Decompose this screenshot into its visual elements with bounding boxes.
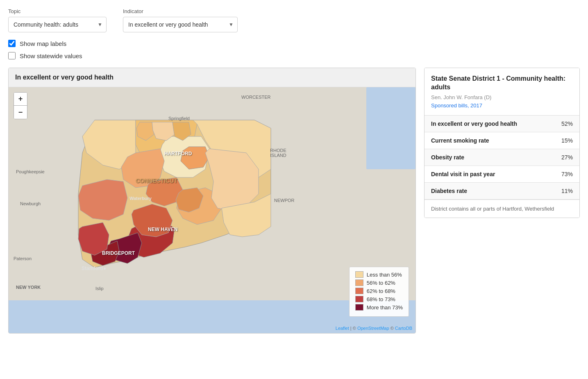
info-row-label: Diabetes rate xyxy=(425,182,549,199)
info-row-label: In excellent or very good health xyxy=(425,116,549,132)
info-senator: Sen. John W. Fonfara (D) xyxy=(431,94,573,100)
info-table-row: In excellent or very good health52% xyxy=(425,116,579,132)
show-statewide-row[interactable]: Show statewide values xyxy=(8,52,580,59)
zoom-in-button[interactable]: + xyxy=(14,93,27,106)
indicator-select-wrapper: In excellent or very good health Current… xyxy=(123,17,238,32)
show-labels-row[interactable]: Show map labels xyxy=(8,40,580,47)
info-table: In excellent or very good health52%Curre… xyxy=(425,116,579,200)
map-container: + − HARTFORD CONNECTICUT Waterbury NEW H… xyxy=(9,87,415,333)
info-row-value: 52% xyxy=(549,116,579,132)
topic-select-wrapper: Community health: adults Community healt… xyxy=(8,17,107,32)
legend-item-1: Less than 56% xyxy=(355,271,403,278)
indicator-select[interactable]: In excellent or very good health Current… xyxy=(123,17,238,32)
info-row-value: 73% xyxy=(549,166,579,182)
legend-color-5 xyxy=(355,304,363,311)
sponsored-bills-link[interactable]: Sponsored bills, 2017 xyxy=(431,102,482,109)
legend-item-5: More than 73% xyxy=(355,304,403,311)
cartodb-link[interactable]: CartoDB xyxy=(395,326,412,331)
water-east xyxy=(366,87,415,169)
info-title: State Senate District 1 - Community heal… xyxy=(431,75,573,92)
map-title: In excellent or very good health xyxy=(9,68,415,87)
info-table-row: Dental visit in past year73% xyxy=(425,166,579,182)
osm-link[interactable]: OpenStreetMap xyxy=(357,326,389,331)
legend-label-2: 56% to 62% xyxy=(367,280,395,286)
legend-label-4: 68% to 73% xyxy=(367,296,395,302)
indicator-control-group: Indicator In excellent or very good heal… xyxy=(123,8,238,32)
zoom-controls: + − xyxy=(14,92,27,119)
topic-control-group: Topic Community health: adults Community… xyxy=(8,8,107,32)
info-row-value: 11% xyxy=(549,182,579,199)
show-labels-checkbox[interactable] xyxy=(8,40,16,47)
info-row-label: Obesity rate xyxy=(425,149,549,166)
map-panel: In excellent or very good health xyxy=(8,68,416,334)
show-statewide-checkbox[interactable] xyxy=(8,52,16,59)
zoom-out-button[interactable]: − xyxy=(14,106,27,119)
info-row-value: 15% xyxy=(549,132,579,149)
info-table-row: Diabetes rate11% xyxy=(425,182,579,199)
topic-label: Topic xyxy=(8,8,107,14)
legend-label-5: More than 73% xyxy=(367,304,403,311)
legend-color-4 xyxy=(355,296,363,302)
info-table-row: Current smoking rate15% xyxy=(425,132,579,149)
legend-item-4: 68% to 73% xyxy=(355,296,403,302)
legend-color-2 xyxy=(355,279,363,286)
info-panel: State Senate District 1 - Community heal… xyxy=(424,68,580,218)
info-row-label: Current smoking rate xyxy=(425,132,549,149)
info-table-row: Obesity rate27% xyxy=(425,149,579,166)
leaflet-link[interactable]: Leaflet xyxy=(336,326,349,331)
svg-marker-14 xyxy=(78,222,109,255)
show-statewide-label: Show statewide values xyxy=(20,52,82,59)
indicator-label: Indicator xyxy=(123,8,238,14)
legend-label-1: Less than 56% xyxy=(367,272,402,278)
show-labels-label: Show map labels xyxy=(20,40,66,47)
legend-item-2: 56% to 62% xyxy=(355,279,403,286)
top-controls: Topic Community health: adults Community… xyxy=(8,8,580,32)
checkboxes-section: Show map labels Show statewide values xyxy=(8,40,580,59)
legend-label-3: 62% to 68% xyxy=(367,288,395,294)
legend-color-3 xyxy=(355,288,363,294)
map-footer: Leaflet | © OpenStreetMap © CartoDB xyxy=(336,326,412,331)
connecticut-map-svg xyxy=(70,112,279,284)
info-row-value: 27% xyxy=(549,149,579,166)
legend-item-3: 62% to 68% xyxy=(355,288,403,294)
main-content: In excellent or very good health xyxy=(8,68,580,334)
legend-color-1 xyxy=(355,271,363,278)
info-footer-note: District contains all or parts of Hartfo… xyxy=(425,200,579,218)
info-header: State Senate District 1 - Community heal… xyxy=(425,68,579,116)
info-row-label: Dental visit in past year xyxy=(425,166,549,182)
map-legend: Less than 56% 56% to 62% 62% to 68% 68% … xyxy=(349,267,409,317)
topic-select[interactable]: Community health: adults Community healt… xyxy=(8,17,107,32)
